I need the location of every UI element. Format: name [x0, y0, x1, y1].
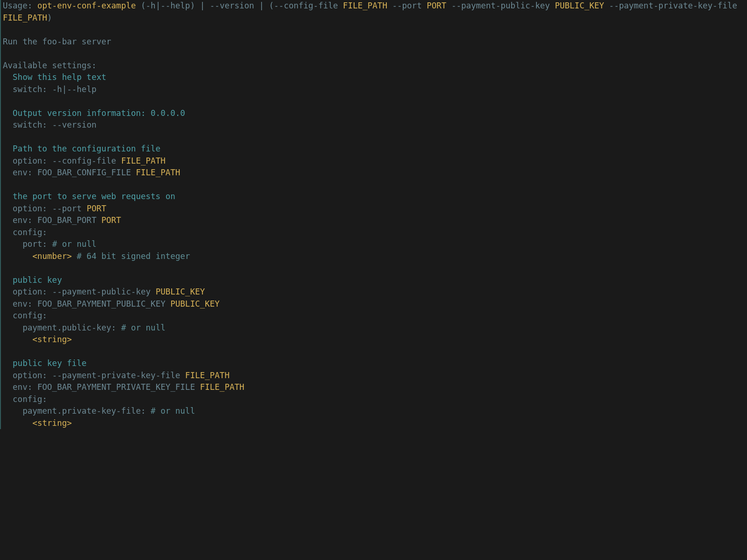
config-label: config: — [13, 311, 47, 320]
setting-title-public-key: public key — [13, 275, 62, 285]
config-comment: # or null — [116, 323, 165, 332]
switch-help-short: -h — [52, 85, 62, 94]
env-arg: PORT — [102, 215, 121, 225]
config-type: <string> — [32, 418, 72, 428]
env-label: env: — [13, 215, 37, 225]
sp — [387, 1, 392, 10]
usage-config-file-arg: FILE_PATH — [343, 1, 387, 10]
switch-help-long: --help — [67, 85, 96, 94]
config-label: config: — [13, 228, 47, 237]
env-label: env: — [13, 168, 37, 177]
option-arg: PUBLIC_KEY — [156, 287, 205, 296]
usage-port-arg: PORT — [427, 1, 446, 10]
setting-title-config-file: Path to the configuration file — [13, 144, 160, 153]
option-label: option: — [13, 287, 52, 296]
config-type: <string> — [32, 335, 72, 344]
usage-ppkf-flag: --payment-private-key-file — [609, 1, 737, 10]
env-var: FOO_BAR_PORT — [37, 215, 96, 225]
env-label: env: — [13, 299, 37, 309]
config-key: payment.public-key: — [22, 323, 116, 332]
usage-pipe: | — [259, 1, 264, 10]
sp — [604, 1, 609, 10]
option-flag: --payment-private-key-file — [52, 371, 180, 380]
switch-pipe: | — [62, 85, 67, 94]
env-var: FOO_BAR_CONFIG_FILE — [37, 168, 131, 177]
sp — [338, 1, 343, 10]
env-arg: PUBLIC_KEY — [170, 299, 219, 309]
env-label: env: — [13, 382, 37, 392]
switch-version: --version — [52, 120, 96, 129]
config-key: payment.private-key-file: — [22, 406, 145, 416]
usage-help-short: -h — [146, 1, 156, 10]
usage-label: Usage: — [3, 1, 37, 10]
usage-pipe: | — [200, 1, 205, 10]
usage-program-name: opt-env-conf-example — [37, 1, 136, 10]
sp — [550, 1, 555, 10]
usage-ppkf-arg: FILE_PATH — [3, 13, 47, 22]
sp — [446, 1, 451, 10]
option-flag: --port — [52, 204, 81, 213]
setting-title-private-key-file: public key file — [13, 359, 87, 368]
usage-pipe: | — [156, 1, 161, 10]
config-type-comment: # 64 bit signed integer — [72, 251, 190, 261]
switch-label: switch: — [13, 85, 52, 94]
config-key: port: — [22, 239, 47, 249]
env-var: FOO_BAR_PAYMENT_PUBLIC_KEY — [37, 299, 166, 309]
env-arg: FILE_PATH — [136, 168, 181, 177]
usage-sep — [254, 1, 259, 10]
usage-sep: ( — [136, 1, 145, 10]
setting-title-version: Output version information: 0.0.0.0 — [13, 108, 185, 118]
option-arg: FILE_PATH — [121, 156, 166, 165]
option-arg: PORT — [87, 204, 106, 213]
usage-ppk-arg: PUBLIC_KEY — [555, 1, 604, 10]
option-label: option: — [13, 204, 52, 213]
usage-help-long: --help — [160, 1, 190, 10]
config-label: config: — [13, 395, 47, 404]
usage-sep: ) — [190, 1, 200, 10]
config-type: <number> — [32, 251, 72, 261]
usage-sep: ( — [264, 1, 274, 10]
usage-config-file-flag: --config-file — [274, 1, 338, 10]
setting-title-port: the port to serve web requests on — [13, 192, 175, 201]
option-flag: --payment-public-key — [52, 287, 151, 296]
usage-sep: ) — [47, 13, 52, 22]
option-arg: FILE_PATH — [185, 371, 230, 380]
usage-version-flag: --version — [210, 1, 254, 10]
option-flag: --config-file — [52, 156, 116, 165]
usage-port-flag: --port — [392, 1, 421, 10]
env-var: FOO_BAR_PAYMENT_PRIVATE_KEY_FILE — [37, 382, 195, 392]
available-settings-header: Available settings: — [3, 61, 96, 70]
option-label: option: — [13, 156, 52, 165]
sp — [737, 1, 742, 10]
config-comment: # or null — [47, 239, 96, 249]
usage-ppk-flag: --payment-public-key — [451, 1, 550, 10]
setting-title-help: Show this help text — [13, 72, 106, 82]
env-arg: FILE_PATH — [200, 382, 244, 392]
option-label: option: — [13, 371, 52, 380]
usage-sep — [205, 1, 210, 10]
config-comment: # or null — [146, 406, 195, 416]
sp — [422, 1, 427, 10]
switch-label: switch: — [13, 120, 52, 129]
terminal-output: Usage: opt-env-conf-example (-h|--help) … — [0, 0, 747, 429]
program-description: Run the foo-bar server — [3, 37, 111, 46]
